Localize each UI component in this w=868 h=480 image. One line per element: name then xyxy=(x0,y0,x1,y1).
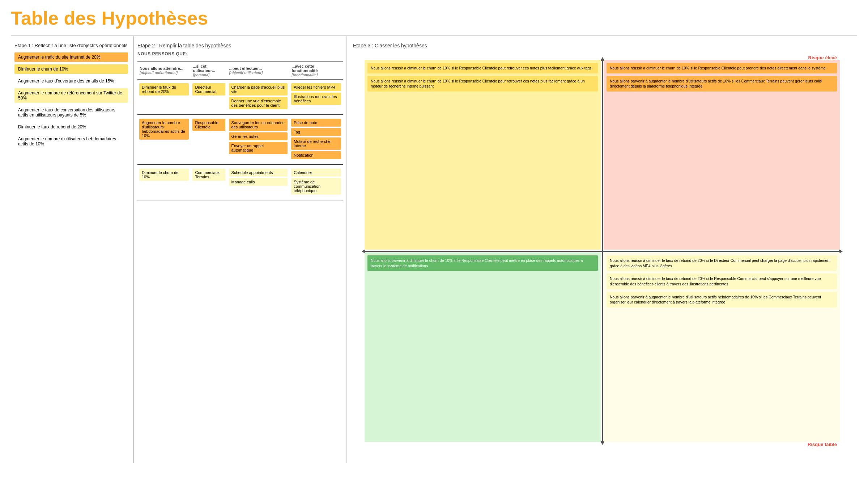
sticky-note: Commerciaux Terrains xyxy=(192,169,225,181)
row1-col1: Diminuer le taux de rebond de 20% xyxy=(137,79,191,115)
quad-card: Nous allons parvenir à augmenter le nomb… xyxy=(607,292,837,307)
page-title: Table des Hypothèses xyxy=(11,7,857,29)
list-item: Augmenter le trafic du site Internet de … xyxy=(14,52,128,62)
sticky-note: Gérer les notes xyxy=(229,132,288,140)
quadrant-bottom-left: Nous allons parvenir à diminuer le churn… xyxy=(365,252,601,442)
nous-pensons-label: NOUS PENSONS QUE: xyxy=(137,51,343,56)
sticky-note: Responsable Clientèle xyxy=(192,119,225,131)
row3-col3: Schedule appointments Manage calls xyxy=(227,165,290,200)
row3-col2: Commerciaux Terrains xyxy=(191,165,227,200)
etape1-column: Etape 1 : Réfléchir à une liste d'object… xyxy=(11,36,134,463)
quad-card: Nous allons réussir à diminuer le churn … xyxy=(607,63,837,73)
list-item: Augmenter le nombre d'utilisateurs hebdo… xyxy=(14,134,128,149)
sticky-note: Manage calls xyxy=(229,178,288,186)
col-header-3: ...peut effectuer... [objectif utilisate… xyxy=(227,62,290,79)
risque-faible-label: Risque faible xyxy=(808,442,837,447)
col-header-4: ...avec cette fonctionnalité [fonctionna… xyxy=(289,62,343,79)
quad-card: Nous allons réussir à diminuer le taux d… xyxy=(607,255,837,271)
col-header-1: Nous allons atteindre... [objectif opéra… xyxy=(137,62,191,79)
sticky-note: Schedule appointments xyxy=(229,169,288,177)
sticky-note: Diminuer le taux de rebond de 20% xyxy=(139,83,189,95)
sticky-note: Donner une vue d'ensemble des bénéfices … xyxy=(229,97,288,109)
table-row: Diminuer le taux de rebond de 20% Direct… xyxy=(137,79,343,115)
sticky-note: Système de communication téléphonique xyxy=(291,178,341,195)
list-item: Augmenter le taux de conversation des ut… xyxy=(14,105,128,120)
row2-col3: Sauvegarder les coordonnées des utilisat… xyxy=(227,115,290,165)
row1-col3: Charger la page d'accueil plus vite Donn… xyxy=(227,79,290,115)
columns-container: Etape 1 : Réfléchir à une liste d'object… xyxy=(11,36,857,463)
etape3-column: Etape 3 : Classer les hypothèses Risque … xyxy=(347,36,857,463)
quad-card: Nous allons réussir à diminuer le churn … xyxy=(367,76,598,92)
sticky-note: Moteur de recherche interne xyxy=(291,137,341,150)
vertical-axis xyxy=(602,59,603,443)
row2-col1: Augmenter le nombre d'utilisateurs hebdo… xyxy=(137,115,191,165)
sticky-note: Prise de note xyxy=(291,119,341,127)
sticky-note: Diminuer le churn de 10% xyxy=(139,169,189,181)
quadrant-top-left: Nous allons réussir à diminuer le churn … xyxy=(365,60,601,250)
list-item: Diminuer le churn de 10% xyxy=(14,64,128,74)
row3-col1: Diminuer le churn de 10% xyxy=(137,165,191,200)
row2-col2: Responsable Clientèle xyxy=(191,115,227,165)
sticky-note: Augmenter le nombre d'utilisateurs hebdo… xyxy=(139,119,189,140)
row2-col4: Prise de note Tag Moteur de recherche in… xyxy=(289,115,343,165)
sticky-note: Illustrations montrant les bénéfices xyxy=(291,93,341,105)
quadrant-bottom-right: Nous allons réussir à diminuer le taux d… xyxy=(604,252,840,442)
table-row: Diminuer le churn de 10% Commerciaux Ter… xyxy=(137,165,343,200)
hypothesis-table: Nous allons atteindre... [objectif opéra… xyxy=(137,61,343,200)
quad-card: Nous allons parvenir à diminuer le churn… xyxy=(367,255,598,271)
sticky-note: Directeur Commercial xyxy=(192,83,225,95)
col-header-2: ...si cet utilisateur... [persona] xyxy=(191,62,227,79)
table-row: Augmenter le nombre d'utilisateurs hebdo… xyxy=(137,115,343,165)
etape2-column: Etape 2 : Remplir la table des hypothèse… xyxy=(134,36,347,463)
etape3-title: Etape 3 : Classer les hypothèses xyxy=(353,43,851,48)
sticky-note: Notification xyxy=(291,151,341,159)
list-item: Diminuer le taux de rebond de 20% xyxy=(14,122,128,132)
sticky-note: Calendrier xyxy=(291,169,341,177)
etape2-title: Etape 2 : Remplir la table des hypothèse… xyxy=(137,43,343,48)
risque-eleve-label: Risque élevé xyxy=(808,55,837,60)
row1-col4: Alléger les fichiers MP4 Illustrations m… xyxy=(289,79,343,115)
sticky-note: Charger la page d'accueil plus vite xyxy=(229,83,288,95)
quadrant-top-right: Nous allons réussir à diminuer le churn … xyxy=(604,60,840,250)
quadrant-container: Risque élevé Risque faible Valeur faible… xyxy=(353,52,851,450)
sticky-note: Envoyer un rappel automatique xyxy=(229,142,288,154)
list-item: Augmenter le nombre de référencement sur… xyxy=(14,88,128,103)
sticky-note: Alléger les fichiers MP4 xyxy=(291,83,341,91)
etape1-title: Etape 1 : Réfléchir à une liste d'object… xyxy=(14,43,128,48)
list-item: Augmenter le taux d'ouverture des emails… xyxy=(14,76,128,86)
quad-card: Nous allons parvenir à augmenter le nomb… xyxy=(607,76,837,92)
row1-col2: Directeur Commercial xyxy=(191,79,227,115)
quad-card: Nous allons réussir à diminuer le churn … xyxy=(367,63,598,73)
sticky-note: Tag xyxy=(291,128,341,136)
page: Table des Hypothèses Etape 1 : Réfléchir… xyxy=(0,0,868,470)
row3-col4: Calendrier Système de communication télé… xyxy=(289,165,343,200)
quad-card: Nous allons réussir à diminuer le taux d… xyxy=(607,273,837,289)
sticky-note: Sauvegarder les coordonnées des utilisat… xyxy=(229,119,288,131)
